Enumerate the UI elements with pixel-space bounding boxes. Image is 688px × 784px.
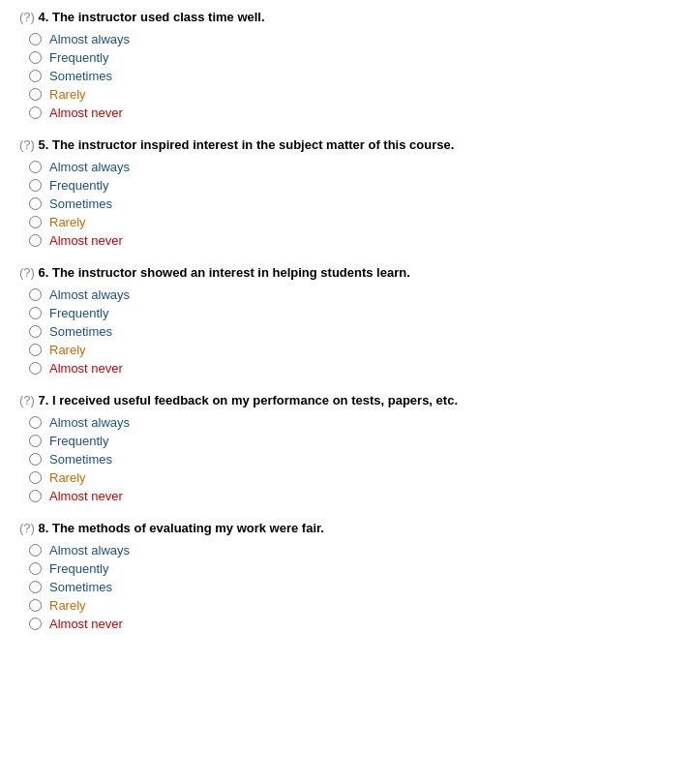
option-item: Almost never [29, 489, 669, 503]
option-label: Sometimes [49, 324, 112, 339]
option-item: Almost never [29, 106, 669, 120]
radio-q8-0[interactable] [29, 544, 42, 557]
option-item: Frequently [29, 434, 669, 448]
question-label-q8: (?) 8. The methods of evaluating my work… [19, 521, 669, 535]
option-item: Almost never [29, 361, 669, 376]
question-label-q5: (?) 5. The instructor inspired interest … [19, 137, 669, 152]
radio-q8-2[interactable] [29, 581, 42, 593]
option-item: Almost always [29, 32, 669, 46]
radio-q7-1[interactable] [29, 435, 42, 447]
radio-q7-3[interactable] [29, 471, 42, 484]
radio-q7-4[interactable] [29, 490, 42, 502]
option-item: Sometimes [29, 324, 669, 339]
radio-q4-0[interactable] [29, 33, 42, 45]
option-item: Sometimes [29, 580, 669, 594]
question-label-q6: (?) 6. The instructor showed an interest… [19, 265, 669, 280]
option-label: Sometimes [49, 196, 112, 211]
radio-q8-4[interactable] [29, 618, 42, 630]
option-item: Frequently [29, 50, 669, 65]
radio-q7-2[interactable] [29, 453, 42, 466]
option-label: Frequently [49, 50, 108, 65]
option-item: Rarely [29, 87, 669, 102]
radio-q6-3[interactable] [29, 344, 42, 356]
option-item: Frequently [29, 561, 669, 576]
question-block-q7: (?) 7. I received useful feedback on my … [19, 393, 669, 503]
radio-q4-3[interactable] [29, 88, 42, 101]
radio-q6-2[interactable] [29, 325, 42, 338]
radio-q5-3[interactable] [29, 216, 42, 228]
question-mark: (?) [19, 393, 35, 407]
option-label: Rarely [49, 87, 86, 102]
option-label: Sometimes [49, 580, 112, 594]
radio-q4-4[interactable] [29, 106, 42, 119]
options-list-q6: Almost alwaysFrequentlySometimesRarelyAl… [19, 287, 669, 376]
option-label: Almost always [49, 415, 130, 430]
option-label: Frequently [49, 306, 108, 320]
question-label-q7: (?) 7. I received useful feedback on my … [19, 393, 669, 407]
question-label-q4: (?) 4. The instructor used class time we… [19, 10, 669, 24]
option-item: Rarely [29, 215, 669, 229]
option-label: Almost never [49, 233, 123, 248]
option-label: Almost always [49, 32, 130, 46]
options-list-q5: Almost alwaysFrequentlySometimesRarelyAl… [19, 160, 669, 248]
radio-q7-0[interactable] [29, 416, 42, 429]
option-label: Frequently [49, 434, 108, 448]
option-label: Rarely [49, 343, 86, 357]
question-mark: (?) [19, 10, 35, 24]
option-label: Almost never [49, 489, 123, 503]
option-label: Almost always [49, 543, 130, 558]
radio-q5-0[interactable] [29, 161, 42, 173]
radio-q6-1[interactable] [29, 307, 42, 319]
option-item: Rarely [29, 343, 669, 357]
question-block-q4: (?) 4. The instructor used class time we… [19, 10, 669, 120]
option-item: Sometimes [29, 196, 669, 211]
survey-container: (?) 4. The instructor used class time we… [19, 10, 669, 631]
radio-q4-1[interactable] [29, 51, 42, 64]
option-label: Sometimes [49, 452, 112, 467]
radio-q6-0[interactable] [29, 288, 42, 301]
option-item: Frequently [29, 178, 669, 193]
option-label: Almost never [49, 106, 123, 120]
option-item: Almost always [29, 287, 669, 302]
radio-q5-2[interactable] [29, 197, 42, 210]
question-mark: (?) [19, 265, 35, 280]
option-item: Almost always [29, 415, 669, 430]
option-label: Sometimes [49, 69, 112, 83]
radio-q8-3[interactable] [29, 599, 42, 612]
option-label: Rarely [49, 215, 86, 229]
radio-q8-1[interactable] [29, 562, 42, 575]
radio-q4-2[interactable] [29, 70, 42, 82]
option-item: Rarely [29, 470, 669, 485]
question-mark: (?) [19, 137, 35, 152]
option-item: Almost always [29, 543, 669, 558]
radio-q5-4[interactable] [29, 234, 42, 247]
option-item: Rarely [29, 598, 669, 613]
question-block-q6: (?) 6. The instructor showed an interest… [19, 265, 669, 376]
option-item: Almost never [29, 233, 669, 248]
option-label: Almost never [49, 361, 123, 376]
option-label: Almost never [49, 617, 123, 631]
option-label: Frequently [49, 561, 108, 576]
question-mark: (?) [19, 521, 35, 535]
option-label: Rarely [49, 470, 86, 485]
option-item: Frequently [29, 306, 669, 320]
radio-q5-1[interactable] [29, 179, 42, 192]
option-item: Almost always [29, 160, 669, 174]
option-label: Frequently [49, 178, 108, 193]
option-item: Sometimes [29, 452, 669, 467]
option-item: Almost never [29, 617, 669, 631]
options-list-q4: Almost alwaysFrequentlySometimesRarelyAl… [19, 32, 669, 120]
option-label: Almost always [49, 287, 130, 302]
option-label: Almost always [49, 160, 130, 174]
question-block-q8: (?) 8. The methods of evaluating my work… [19, 521, 669, 631]
option-item: Sometimes [29, 69, 669, 83]
radio-q6-4[interactable] [29, 362, 42, 375]
option-label: Rarely [49, 598, 86, 613]
options-list-q7: Almost alwaysFrequentlySometimesRarelyAl… [19, 415, 669, 503]
options-list-q8: Almost alwaysFrequentlySometimesRarelyAl… [19, 543, 669, 631]
question-block-q5: (?) 5. The instructor inspired interest … [19, 137, 669, 248]
